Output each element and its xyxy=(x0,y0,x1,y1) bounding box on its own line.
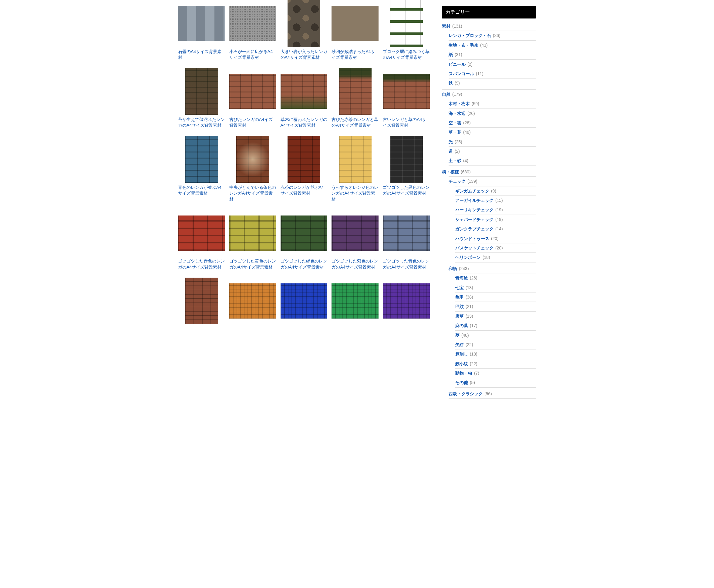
category-link[interactable]: 紙 xyxy=(449,52,453,57)
thumbnail-item[interactable]: うっすらオレンジ色のレンガのA4サイズ背景素材 xyxy=(331,136,379,203)
thumbnail-item[interactable]: ゴツゴツした緑色のレンガのA4サイズ背景素材 xyxy=(281,210,328,270)
category-count: (40) xyxy=(460,333,469,338)
category-link[interactable]: 柄・模様 xyxy=(442,169,459,174)
category-list: 素材 (131)レンガ・ブロック・石 (36)生地・布・毛糸 (43)紙 (31… xyxy=(442,22,536,400)
thumbnail-item[interactable]: 草木に覆われたレンガのA4サイズ背景素材 xyxy=(281,68,328,128)
category-link[interactable]: スパンコール xyxy=(449,71,474,76)
thumbnail-title: 小石が一面に広がるA4サイズ背景素材 xyxy=(229,49,276,61)
thumbnail-item[interactable]: ブロック塀に絡みつく草のA4サイズ背景素材 xyxy=(383,0,430,61)
thumbnail-item[interactable]: 大きい岩が入ったレンガのA4サイズ背景素材 xyxy=(281,0,328,61)
category-link[interactable]: ハウンドトゥース xyxy=(455,236,489,241)
category-count: (179) xyxy=(451,92,462,97)
thumbnail-image xyxy=(383,68,430,115)
category-item: 鉄 (9) xyxy=(449,79,536,88)
category-link[interactable]: 唐草 xyxy=(455,314,464,318)
category-link[interactable]: 和柄 xyxy=(449,266,457,271)
category-count: (7) xyxy=(473,371,479,376)
category-link[interactable]: 土・砂 xyxy=(449,158,461,163)
thumbnail-title: 石畳のA4サイズ背景素材 xyxy=(178,49,225,61)
thumbnail-item[interactable]: 古びた赤茶のレンガと草のA4サイズ背景素材 xyxy=(331,68,379,128)
category-link[interactable]: 西欧・クラシック xyxy=(449,391,483,396)
category-link[interactable]: 生地・布・毛糸 xyxy=(449,43,478,47)
category-count: (131) xyxy=(451,24,462,28)
category-item: 草・花 (48) xyxy=(449,128,536,137)
thumbnail-item[interactable] xyxy=(383,278,430,327)
category-item: 柄・模様 (680)チェック (139)ギンガムチェック (9)アーガイルチェッ… xyxy=(442,167,536,400)
thumbnail-image xyxy=(178,210,225,257)
category-link[interactable]: 巴紋 xyxy=(455,304,464,309)
category-link[interactable]: シェパードチェック xyxy=(455,217,493,222)
category-count: (18) xyxy=(469,352,477,356)
thumbnail-item[interactable] xyxy=(178,278,225,327)
category-link[interactable]: 素材 xyxy=(442,24,450,28)
thumbnail-image xyxy=(178,0,225,47)
category-link[interactable]: アーガイルチェック xyxy=(455,198,493,203)
category-link[interactable]: ギンガムチェック xyxy=(455,189,489,193)
category-item: 空・雲 (26) xyxy=(449,118,536,128)
category-link[interactable]: 海・水辺 xyxy=(449,111,466,116)
category-link[interactable]: バスケットチェック xyxy=(455,246,493,250)
thumbnail-title: 中央がとんでいる茶色のレンガA4サイズ背景素材 xyxy=(229,185,276,203)
thumbnail-image xyxy=(178,278,225,324)
thumbnail-item[interactable]: 赤茶のレンガが並ぶA4サイズ背景素材 xyxy=(281,136,328,203)
thumbnail-image xyxy=(281,68,328,115)
category-link[interactable]: 青海波 xyxy=(455,275,468,280)
category-link[interactable]: ビニール xyxy=(449,62,466,67)
thumbnail-title: ゴツゴツした青色のレンガのA4サイズ背景素材 xyxy=(383,258,430,270)
category-link[interactable]: 算崩し xyxy=(455,352,468,356)
category-link[interactable]: 鮫小紋 xyxy=(455,361,468,366)
category-link[interactable]: 自然 xyxy=(442,92,450,97)
thumbnail-item[interactable]: 青色のレンガが並ぶA4サイズ背景素材 xyxy=(178,136,225,203)
thumbnail-item[interactable]: 苔が生えて薄汚れたレンガのA4サイズ背景素材 xyxy=(178,68,225,128)
thumbnail-item[interactable]: 砂利が敷詰まったA4サイズ背景素材 xyxy=(331,0,379,61)
thumbnail-item[interactable]: ゴツゴツした紫色のレンガのA4サイズ背景素材 xyxy=(331,210,379,270)
thumbnail-item[interactable]: 中央がとんでいる茶色のレンガA4サイズ背景素材 xyxy=(229,136,276,203)
category-link[interactable]: 光 xyxy=(449,140,453,144)
category-link[interactable]: その他 xyxy=(455,380,468,385)
thumbnail-item[interactable]: ゴツゴツした黄色のレンガのA4サイズ背景素材 xyxy=(229,210,276,270)
thumbnail-image xyxy=(383,278,430,324)
sidebar-header: カテゴリー xyxy=(442,6,536,19)
category-link[interactable]: チェック xyxy=(449,179,466,184)
category-link[interactable]: 菱 xyxy=(455,333,460,338)
thumbnail-title: 青色のレンガが並ぶA4サイズ背景素材 xyxy=(178,185,225,196)
category-link[interactable]: レンガ・ブロック・石 xyxy=(449,33,491,38)
category-link[interactable]: 鉄 xyxy=(449,81,453,85)
category-link[interactable]: 草・花 xyxy=(449,130,461,134)
category-link[interactable]: ガンクラブチェック xyxy=(455,226,493,231)
category-count: (15) xyxy=(494,198,503,203)
category-link[interactable]: 空・雲 xyxy=(449,120,461,125)
category-count: (26) xyxy=(469,275,477,280)
thumbnail-item[interactable] xyxy=(229,278,276,327)
category-link[interactable]: 七宝 xyxy=(455,285,464,290)
thumbnail-item[interactable]: 石畳のA4サイズ背景素材 xyxy=(178,0,225,61)
sidebar: カテゴリー 素材 (131)レンガ・ブロック・石 (36)生地・布・毛糸 (43… xyxy=(442,0,536,400)
category-link[interactable]: 道 xyxy=(449,149,453,154)
thumbnail-image xyxy=(383,0,430,47)
category-count: (19) xyxy=(494,217,503,222)
thumbnail-item[interactable]: ゴツゴツした赤色のレンガのA4サイズ背景素材 xyxy=(178,210,225,270)
thumbnail-item[interactable]: 小石が一面に広がるA4サイズ背景素材 xyxy=(229,0,276,61)
category-item: 動物・虫 (7) xyxy=(455,369,536,378)
thumbnail-title: 赤茶のレンガが並ぶA4サイズ背景素材 xyxy=(281,185,328,196)
category-link[interactable]: 木材・樹木 xyxy=(449,101,470,106)
thumbnail-item[interactable] xyxy=(331,278,379,327)
thumbnail-item[interactable]: ゴツゴツした黒色のレンガのA4サイズ背景素材 xyxy=(383,136,430,203)
category-item: アーガイルチェック (15) xyxy=(455,196,536,205)
thumbnail-item[interactable]: 古びたレンガのA4イズ背景素材 xyxy=(229,68,276,128)
category-count: (18) xyxy=(481,255,490,260)
category-item: 鮫小紋 (22) xyxy=(455,359,536,369)
category-link[interactable]: 亀甲 xyxy=(455,295,464,299)
thumbnail-item[interactable]: 古いレンガと草のA4サイズ背景素材 xyxy=(383,68,430,128)
category-link[interactable]: 矢絣 xyxy=(455,342,464,347)
category-link[interactable]: 動物・虫 xyxy=(455,371,472,376)
category-link[interactable]: 麻の葉 xyxy=(455,323,468,328)
category-count: (31) xyxy=(453,52,462,57)
category-link[interactable]: ハーリキンチェック xyxy=(455,207,493,212)
category-link[interactable]: ヘリンボーン xyxy=(455,255,481,260)
thumbnail-title: ゴツゴツした黒色のレンガのA4サイズ背景素材 xyxy=(383,185,430,196)
thumbnail-item[interactable] xyxy=(281,278,328,327)
category-count: (26) xyxy=(462,120,471,125)
category-count: (21) xyxy=(464,304,473,309)
thumbnail-item[interactable]: ゴツゴツした青色のレンガのA4サイズ背景素材 xyxy=(383,210,430,270)
